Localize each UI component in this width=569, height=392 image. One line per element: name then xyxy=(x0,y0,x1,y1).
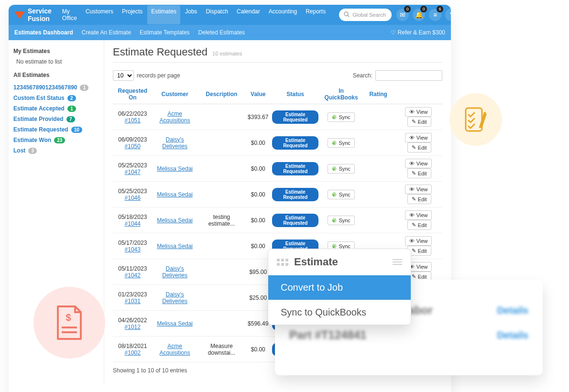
col-customer[interactable]: Customer xyxy=(153,85,197,104)
pencil-icon: ✎ xyxy=(412,119,416,125)
customer-link[interactable]: Melissa Sedai xyxy=(157,191,193,198)
row-description: Measure downstai... xyxy=(197,337,246,362)
customer-link[interactable]: Melissa Sedai xyxy=(157,165,193,172)
col-requested-on[interactable]: Requested On xyxy=(113,85,153,104)
eye-icon: 👁 xyxy=(409,135,415,141)
nav-customers[interactable]: Customers xyxy=(82,5,117,24)
nav-projects[interactable]: Projects xyxy=(118,5,146,24)
brand-logo[interactable]: Service Fusion xyxy=(14,7,52,22)
estimate-number-link[interactable]: #1012 xyxy=(125,324,141,330)
edit-button[interactable]: ✎Edit xyxy=(407,117,431,127)
customer-link[interactable]: Acme Acquisitions xyxy=(160,110,190,124)
sync-button[interactable]: Sync xyxy=(328,112,354,122)
edit-button[interactable]: ✎Edit xyxy=(407,220,431,230)
subnav-create-an-estimate[interactable]: Create An Estimate xyxy=(82,29,131,36)
estimate-number-link[interactable]: #1051 xyxy=(125,117,141,124)
col-status[interactable]: Status xyxy=(270,85,320,104)
estimate-number-link[interactable]: #1047 xyxy=(125,169,141,175)
folder-item[interactable]: Estimate Accepted1 xyxy=(13,103,99,114)
tasks-button[interactable]: ≡ 6 xyxy=(429,9,441,21)
customer-link[interactable]: Daisy's Deliveries xyxy=(162,291,187,305)
estimate-number-link[interactable]: #1044 xyxy=(125,220,141,227)
refer-link[interactable]: ♡ Refer & Earn $300 xyxy=(391,29,445,36)
view-button[interactable]: 👁View xyxy=(405,133,432,142)
help-button[interactable]: ? 0 xyxy=(445,9,451,21)
svg-text:$: $ xyxy=(66,312,71,323)
drag-icon[interactable] xyxy=(277,259,288,266)
folder-item[interactable]: Lost3 xyxy=(13,145,99,156)
estimate-number-link[interactable]: #1046 xyxy=(125,195,141,201)
search-placeholder: Global Search xyxy=(352,12,386,18)
row-value: $0.00 xyxy=(246,207,270,233)
customer-link[interactable]: Melissa Sedai xyxy=(157,217,193,224)
chat-button[interactable]: ✉ 0 xyxy=(396,9,409,21)
nav-my-office[interactable]: My Office xyxy=(58,5,81,24)
subnav-deleted-estimates[interactable]: Deleted Estimates xyxy=(198,29,245,36)
customer-link[interactable]: Daisy's Deliveries xyxy=(162,136,187,150)
estimate-number-link[interactable]: #1031 xyxy=(125,298,141,305)
customer-link[interactable]: Acme Acquisitions xyxy=(160,343,190,356)
folder-link[interactable]: Lost xyxy=(13,147,25,154)
customer-link[interactable]: Daisy's Deliveries xyxy=(162,265,187,279)
customer-link[interactable]: Melissa Sedai xyxy=(157,320,193,327)
row-date: 06/09/2023 xyxy=(115,136,151,143)
col-rating[interactable]: Rating xyxy=(362,85,394,104)
folder-count-badge: 23 xyxy=(54,137,65,143)
nav-accounting[interactable]: Accounting xyxy=(265,5,301,24)
row-value: $0.00 xyxy=(246,156,270,182)
col-in-quickbooks[interactable]: In QuickBooks xyxy=(320,85,362,104)
nav-estimates[interactable]: Estimates xyxy=(147,5,180,24)
sync-button[interactable]: Sync xyxy=(328,164,354,174)
popover-item-sync-to-quickbooks[interactable]: Sync to QuickBooks xyxy=(268,300,411,325)
nav-calendar[interactable]: Calendar xyxy=(233,5,264,24)
per-page-select[interactable]: 10 xyxy=(113,70,134,81)
estimate-number-link[interactable]: #1042 xyxy=(125,272,141,279)
nav-reports[interactable]: Reports xyxy=(302,5,329,24)
folder-item[interactable]: Estimate Provided7 xyxy=(13,114,99,124)
table-search-input[interactable] xyxy=(375,70,442,81)
edit-button[interactable]: ✎Edit xyxy=(407,168,431,178)
view-button[interactable]: 👁View xyxy=(405,185,432,194)
folder-count-badge: 1 xyxy=(67,106,76,112)
menu-icon[interactable] xyxy=(393,259,402,265)
folder-item[interactable]: Custom Est Status2 xyxy=(13,93,99,103)
search-label: Search: xyxy=(353,72,372,79)
folder-link[interactable]: 12345678901234567890 xyxy=(13,84,77,91)
folder-link[interactable]: Custom Est Status xyxy=(13,95,65,101)
subnav-estimates-dashboard[interactable]: Estimates Dashboard xyxy=(14,29,73,36)
folder-item[interactable]: Estimate Requested10 xyxy=(13,124,99,135)
edit-button[interactable]: ✎Edit xyxy=(407,194,431,204)
estimate-number-link[interactable]: #1002 xyxy=(125,349,141,356)
sync-button[interactable]: Sync xyxy=(328,138,354,148)
folder-link[interactable]: Estimate Provided xyxy=(13,116,64,122)
subnav-estimate-templates[interactable]: Estimate Templates xyxy=(140,29,190,36)
sync-button[interactable]: Sync xyxy=(328,190,354,199)
bell-icon: 🔔 xyxy=(415,11,423,18)
status-pill: Estimate Requested xyxy=(272,188,318,201)
notifications-button[interactable]: 🔔 0 xyxy=(413,9,425,21)
page-title: Estimate Requested xyxy=(113,46,208,58)
nav-dispatch[interactable]: Dispatch xyxy=(202,5,232,24)
nav-jobs[interactable]: Jobs xyxy=(181,5,201,24)
view-button[interactable]: 👁View xyxy=(405,236,432,246)
col-value[interactable]: Value xyxy=(246,85,270,104)
view-button[interactable]: 👁View xyxy=(405,107,432,117)
row-description xyxy=(197,259,246,285)
folder-item[interactable]: Estimate Won23 xyxy=(13,135,99,145)
folder-item[interactable]: 123456789012345678901 xyxy=(13,82,99,93)
sync-button[interactable]: Sync xyxy=(328,216,354,225)
estimate-number-link[interactable]: #1050 xyxy=(125,143,141,150)
folder-link[interactable]: Estimate Requested xyxy=(13,126,68,133)
view-button[interactable]: 👁View xyxy=(405,159,432,168)
view-button[interactable]: 👁View xyxy=(405,210,432,220)
popover-item-convert-to-job[interactable]: Convert to Job xyxy=(268,275,411,300)
estimate-number-link[interactable]: #1043 xyxy=(125,246,141,253)
top-icons: ✉ 0 🔔 0 ≡ 6 ? 0 ＋ 👤 xyxy=(396,9,451,21)
col-description[interactable]: Description xyxy=(197,85,246,104)
folder-link[interactable]: Estimate Won xyxy=(13,137,51,143)
folder-link[interactable]: Estimate Accepted xyxy=(13,105,65,112)
global-search[interactable]: Global Search xyxy=(339,9,392,21)
chat-badge: 0 xyxy=(404,6,411,12)
customer-link[interactable]: Melissa Sedai xyxy=(157,243,193,250)
edit-button[interactable]: ✎Edit xyxy=(407,142,431,152)
